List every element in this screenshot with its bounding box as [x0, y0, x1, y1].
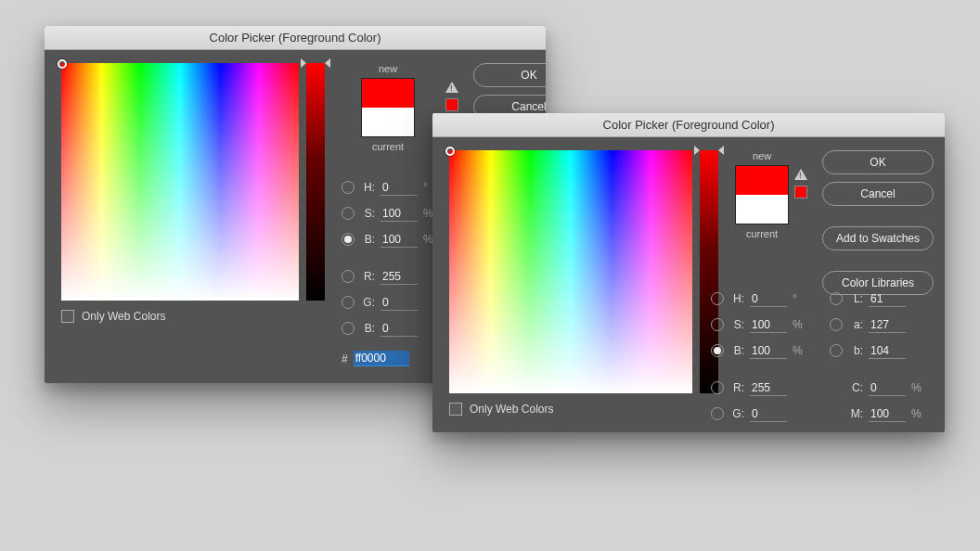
gamut-warning-icon[interactable]	[445, 82, 458, 93]
g-input[interactable]	[380, 295, 418, 311]
c-input[interactable]	[869, 380, 906, 396]
new-label: new	[379, 63, 397, 74]
radio-h[interactable]	[342, 181, 355, 194]
bb-input[interactable]	[750, 432, 787, 433]
color-swatch	[361, 78, 415, 137]
pct-m: %	[911, 407, 922, 420]
websafe-color-chip[interactable]	[794, 186, 807, 199]
color-cursor-icon	[445, 147, 455, 156]
saturation-brightness-field[interactable]	[449, 150, 692, 393]
bb-label: B:	[360, 322, 375, 335]
radio-bb[interactable]	[342, 322, 355, 335]
hex-input[interactable]	[354, 351, 409, 366]
c-label: C:	[848, 381, 863, 394]
new-color-swatch[interactable]	[736, 166, 788, 195]
b-input[interactable]	[750, 343, 787, 359]
hue-slider[interactable]	[306, 63, 325, 301]
pct-unit: %	[793, 318, 804, 331]
l-label: L:	[848, 292, 863, 305]
current-color-swatch[interactable]	[736, 195, 788, 224]
add-to-swatches-button[interactable]: Add to Swatches	[822, 226, 934, 250]
radio-s[interactable]	[711, 318, 724, 331]
r-label: R:	[360, 270, 375, 283]
pct-unit2: %	[793, 344, 804, 357]
only-web-colors-row: Only Web Colors	[449, 403, 718, 416]
color-cursor-icon	[58, 59, 67, 69]
radio-s[interactable]	[342, 207, 355, 220]
ok-button[interactable]: OK	[822, 150, 934, 174]
gamut-warning-icon[interactable]	[794, 169, 807, 180]
s-input[interactable]	[380, 206, 418, 222]
radio-b[interactable]	[711, 344, 724, 357]
pct-c: %	[911, 381, 922, 394]
radio-h[interactable]	[711, 292, 724, 305]
r-input[interactable]	[750, 380, 787, 396]
hue-slider-handle-icon	[301, 58, 330, 68]
radio-r[interactable]	[711, 381, 724, 394]
y-input[interactable]	[869, 432, 906, 433]
a-label: a:	[848, 318, 863, 331]
deg-unit: °	[793, 292, 804, 305]
color-picker-dialog-full: Color Picker (Foreground Color) Only Web…	[432, 113, 945, 432]
only-web-colors-checkbox[interactable]	[449, 403, 462, 416]
m-input[interactable]	[869, 406, 906, 422]
titlebar[interactable]: Color Picker (Foreground Color)	[432, 113, 945, 137]
radio-a[interactable]	[830, 318, 843, 331]
hue-slider-handle-icon	[694, 146, 724, 155]
radio-b[interactable]	[342, 233, 355, 246]
s-label: S:	[729, 318, 744, 331]
current-label: current	[746, 228, 778, 239]
new-color-swatch[interactable]	[362, 79, 414, 108]
labb-label: b:	[848, 344, 863, 357]
current-label: current	[372, 141, 404, 152]
g-label: G:	[729, 407, 744, 420]
bb-input[interactable]	[380, 321, 418, 337]
s-input[interactable]	[750, 317, 787, 333]
h-label: H:	[729, 292, 744, 305]
radio-l[interactable]	[830, 292, 843, 305]
labb-input[interactable]	[869, 343, 906, 359]
s-label: S:	[360, 207, 375, 220]
color-swatch	[735, 165, 789, 224]
only-web-colors-label: Only Web Colors	[82, 310, 165, 323]
g-label: G:	[360, 296, 375, 309]
b-label: B:	[729, 344, 744, 357]
websafe-color-chip[interactable]	[445, 98, 458, 111]
l-input[interactable]	[869, 291, 906, 307]
radio-g[interactable]	[711, 407, 724, 420]
radio-g[interactable]	[342, 296, 355, 309]
r-label: R:	[729, 381, 744, 394]
hash-label: #	[342, 352, 348, 365]
new-label: new	[753, 150, 771, 161]
r-input[interactable]	[380, 269, 418, 285]
only-web-colors-checkbox[interactable]	[61, 310, 74, 323]
current-color-swatch[interactable]	[362, 108, 414, 136]
titlebar[interactable]: Color Picker (Foreground Color)	[45, 26, 546, 50]
only-web-colors-label: Only Web Colors	[470, 403, 553, 416]
radio-lab-b[interactable]	[830, 344, 843, 357]
b-label: B:	[360, 233, 375, 246]
a-input[interactable]	[869, 317, 906, 333]
b-input[interactable]	[380, 232, 418, 248]
g-input[interactable]	[750, 406, 787, 422]
radio-r[interactable]	[342, 270, 355, 283]
h-label: H:	[360, 181, 375, 194]
m-label: M:	[848, 407, 863, 420]
h-input[interactable]	[380, 180, 418, 196]
only-web-colors-row: Only Web Colors	[61, 310, 325, 323]
ok-button[interactable]: OK	[473, 63, 546, 87]
h-input[interactable]	[750, 291, 787, 307]
saturation-brightness-field[interactable]	[61, 63, 299, 301]
cancel-button[interactable]: Cancel	[822, 182, 934, 206]
